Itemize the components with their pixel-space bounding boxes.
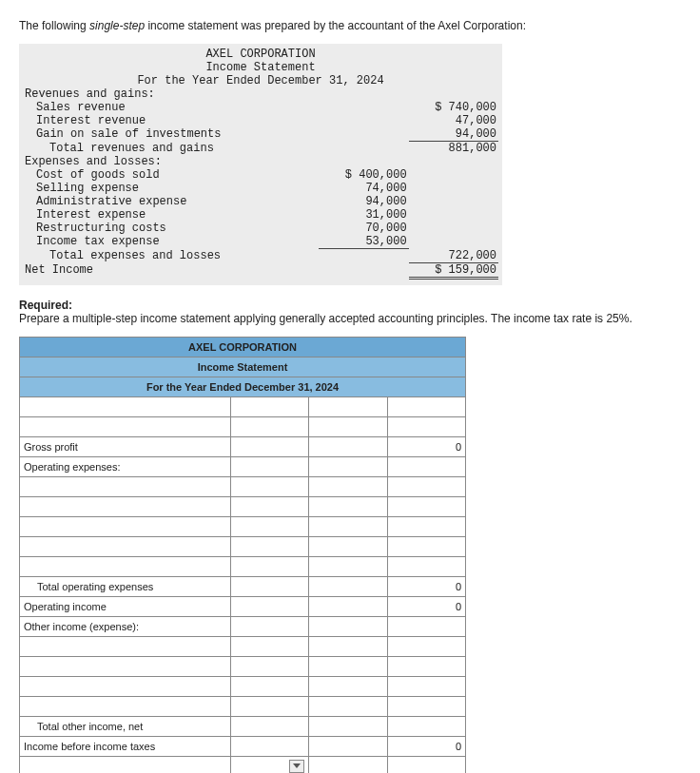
ws-input-cell[interactable] xyxy=(20,636,231,656)
ws-input-cell[interactable] xyxy=(309,496,387,516)
ws-input-cell[interactable] xyxy=(20,496,231,516)
total-revenues-amt: 881,000 xyxy=(409,142,498,156)
ws-input-cell[interactable] xyxy=(309,756,387,773)
intro-italic: single-step xyxy=(89,19,145,32)
ws-input-cell[interactable] xyxy=(230,556,308,576)
cogs-amt: $ 400,000 xyxy=(319,168,408,182)
ws-input-cell[interactable] xyxy=(387,416,465,436)
ws-input-cell[interactable] xyxy=(309,556,387,576)
ws-input-cell[interactable] xyxy=(387,516,465,536)
income-before-tax-label: Income before income taxes xyxy=(20,736,231,756)
ws-input-cell[interactable] xyxy=(309,516,387,536)
single-step-statement: AXEL CORPORATION Income Statement For th… xyxy=(19,44,502,285)
ws-input-cell[interactable] xyxy=(309,636,387,656)
ws-input-cell[interactable] xyxy=(230,656,308,676)
total-expenses-amt: 722,000 xyxy=(409,249,498,263)
ws-input-cell[interactable] xyxy=(230,516,308,536)
ws-input-cell[interactable] xyxy=(20,536,231,556)
ws-input-cell[interactable] xyxy=(230,676,308,696)
ws-input-cell[interactable] xyxy=(230,476,308,496)
ws-input-cell[interactable] xyxy=(230,416,308,436)
net-income-amt: $ 159,000 xyxy=(409,262,498,278)
operating-expenses-label: Operating expenses: xyxy=(20,456,231,476)
total-expenses-label: Total expenses and losses xyxy=(23,249,319,263)
income-before-tax-value: 0 xyxy=(387,736,465,756)
ws-period: For the Year Ended December 31, 2024 xyxy=(20,377,466,396)
dropdown-icon[interactable] xyxy=(289,760,304,773)
ws-input-cell[interactable] xyxy=(387,476,465,496)
ws-input-cell[interactable] xyxy=(20,516,231,536)
interest-expense-label: Interest expense xyxy=(23,208,319,222)
ws-input-cell[interactable] xyxy=(20,656,231,676)
ws-title: Income Statement xyxy=(20,357,466,377)
total-op-exp-label: Total operating expenses xyxy=(20,576,231,596)
ss-title: Income Statement xyxy=(23,61,498,74)
ws-input-cell[interactable] xyxy=(309,536,387,556)
ws-input-cell[interactable] xyxy=(309,396,387,416)
selling-amt: 74,000 xyxy=(319,182,408,195)
ws-input-cell[interactable] xyxy=(20,396,231,416)
ws-input-cell[interactable] xyxy=(309,676,387,696)
ws-input-cell[interactable] xyxy=(20,556,231,576)
ws-input-cell[interactable] xyxy=(387,696,465,716)
ws-input-cell[interactable] xyxy=(230,396,308,416)
ss-period: For the Year Ended December 31, 2024 xyxy=(23,74,498,87)
ss-company: AXEL CORPORATION xyxy=(23,48,498,61)
cogs-label: Cost of goods sold xyxy=(23,168,319,182)
total-op-exp-value: 0 xyxy=(387,576,465,596)
ws-input-cell[interactable] xyxy=(230,636,308,656)
ws-input-cell[interactable] xyxy=(230,696,308,716)
ws-input-cell[interactable] xyxy=(230,536,308,556)
required-section: Required: Prepare a multiple-step income… xyxy=(19,299,685,325)
sales-revenue-label: Sales revenue xyxy=(23,101,319,114)
interest-revenue-amt: 47,000 xyxy=(409,114,498,127)
ws-input-cell[interactable] xyxy=(20,476,231,496)
expenses-header: Expenses and losses: xyxy=(23,155,319,168)
revenues-header: Revenues and gains: xyxy=(23,87,319,101)
total-revenues-label: Total revenues and gains xyxy=(23,142,319,156)
total-other-label: Total other income, net xyxy=(20,716,231,736)
ws-input-cell[interactable] xyxy=(387,556,465,576)
ws-input-cell[interactable] xyxy=(230,496,308,516)
interest-expense-amt: 31,000 xyxy=(319,208,408,222)
restructuring-amt: 70,000 xyxy=(319,222,408,235)
restructuring-label: Restructuring costs xyxy=(23,222,319,235)
ws-input-cell[interactable] xyxy=(309,656,387,676)
worksheet-table: AXEL CORPORATION Income Statement For th… xyxy=(19,337,466,774)
gain-amt: 94,000 xyxy=(409,127,498,142)
interest-revenue-label: Interest revenue xyxy=(23,114,319,127)
operating-income-label: Operating income xyxy=(20,596,231,616)
operating-income-value: 0 xyxy=(387,596,465,616)
ws-input-cell[interactable] xyxy=(20,756,231,773)
ws-input-cell[interactable] xyxy=(387,756,465,773)
admin-amt: 94,000 xyxy=(319,195,408,208)
ws-input-cell[interactable] xyxy=(20,696,231,716)
ws-input-cell[interactable] xyxy=(387,676,465,696)
ws-input-cell[interactable] xyxy=(387,396,465,416)
ws-input-cell[interactable] xyxy=(387,656,465,676)
required-text: Prepare a multiple-step income statement… xyxy=(19,312,632,325)
net-income-label: Net Income xyxy=(23,262,319,278)
sales-revenue-amt: $ 740,000 xyxy=(409,101,498,114)
ws-input-cell[interactable] xyxy=(309,476,387,496)
other-income-label: Other income (expense): xyxy=(20,616,231,636)
ws-input-cell[interactable] xyxy=(309,416,387,436)
ws-input-cell[interactable] xyxy=(387,536,465,556)
ws-input-cell[interactable] xyxy=(309,696,387,716)
ws-company: AXEL CORPORATION xyxy=(20,337,466,357)
tax-amt: 53,000 xyxy=(319,235,408,249)
gross-profit-label: Gross profit xyxy=(20,436,231,456)
ws-input-cell[interactable] xyxy=(387,636,465,656)
tax-label: Income tax expense xyxy=(23,235,319,249)
intro-paragraph: The following single-step income stateme… xyxy=(19,19,685,32)
ws-input-cell[interactable] xyxy=(387,496,465,516)
selling-label: Selling expense xyxy=(23,182,319,195)
intro-suffix: income statement was prepared by the acc… xyxy=(145,19,526,32)
gross-profit-value: 0 xyxy=(387,436,465,456)
intro-prefix: The following xyxy=(19,19,89,32)
ws-input-cell[interactable] xyxy=(387,716,465,736)
ws-input-cell[interactable] xyxy=(20,416,231,436)
gain-label: Gain on sale of investments xyxy=(23,127,319,142)
ws-input-cell[interactable] xyxy=(20,676,231,696)
required-heading: Required: xyxy=(19,299,72,312)
